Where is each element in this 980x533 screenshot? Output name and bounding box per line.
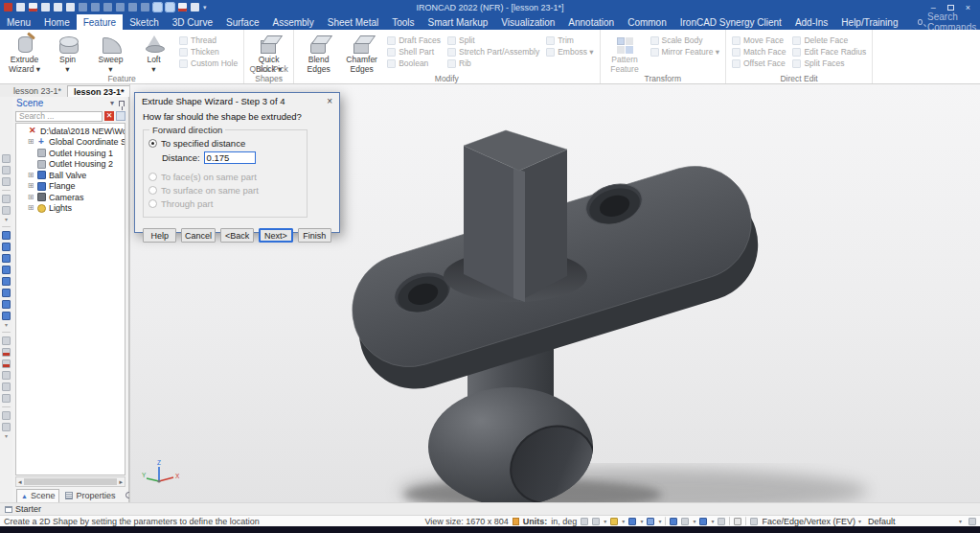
- sketch-plane-icon[interactable]: [670, 518, 677, 525]
- ribbon-small-button[interactable]: Edit Face Radius: [792, 47, 866, 57]
- ribbon-small-button[interactable]: Custom Hole: [179, 58, 238, 68]
- menu-tab[interactable]: Smart Markup: [422, 14, 495, 30]
- caret-icon[interactable]: ▾: [658, 518, 661, 524]
- app-logo-icon[interactable]: [4, 3, 12, 12]
- session-icon[interactable]: [178, 3, 187, 12]
- ribbon-small-button[interactable]: Offset Face: [732, 58, 786, 68]
- view-front-icon[interactable]: [2, 231, 11, 240]
- radio-to-face[interactable]: [148, 173, 157, 181]
- structure-icon[interactable]: [969, 518, 976, 525]
- redo-icon[interactable]: [128, 3, 137, 12]
- configuration-dropdown[interactable]: Default▾: [865, 517, 965, 526]
- starter-tab[interactable]: Starter: [15, 504, 41, 514]
- view-back-icon[interactable]: [2, 243, 11, 251]
- undo-icon[interactable]: [116, 3, 125, 12]
- properties-icon[interactable]: [103, 3, 112, 12]
- qat-caret-icon[interactable]: ▾: [203, 3, 207, 12]
- radio-to-surface[interactable]: [148, 186, 157, 195]
- ribbon-small-button[interactable]: Delete Face: [792, 35, 866, 45]
- monitor-icon[interactable]: [191, 3, 199, 12]
- undo-view-icon[interactable]: [718, 518, 725, 525]
- dialog-button[interactable]: Cancel: [181, 228, 215, 243]
- tree-item[interactable]: ⊞ Global Coordinate System: [18, 137, 125, 149]
- menu-tab[interactable]: Visualization: [494, 14, 561, 30]
- dialog-button[interactable]: Finish: [298, 228, 331, 243]
- document-tab[interactable]: lesson 23-1*: [8, 85, 67, 97]
- measure-diameter-icon[interactable]: [2, 394, 11, 403]
- ribbon-big-button[interactable]: Blend Edges: [297, 32, 340, 73]
- clear-search-icon[interactable]: ✕: [104, 111, 114, 121]
- measure-angle-icon[interactable]: [2, 371, 11, 380]
- measure-length-icon[interactable]: [2, 336, 11, 345]
- separator[interactable]: [2, 226, 11, 227]
- realistic-mode-icon[interactable]: [2, 177, 11, 186]
- caret-icon[interactable]: ▾: [604, 518, 606, 524]
- scrollbar-thumb[interactable]: [24, 478, 118, 485]
- scene-search-input[interactable]: Search ...: [15, 111, 103, 122]
- link-icon[interactable]: [91, 3, 100, 12]
- menu-tab[interactable]: Add-Ins: [788, 14, 834, 30]
- ribbon-small-button[interactable]: Shell Part: [387, 47, 441, 57]
- zoom-window-icon[interactable]: [581, 518, 588, 525]
- render-mode-icon[interactable]: [681, 518, 689, 525]
- panel-tab[interactable]: Scene: [16, 489, 59, 502]
- radio-through-part[interactable]: [148, 199, 157, 208]
- ribbon-small-button[interactable]: Draft Faces: [387, 35, 441, 45]
- spline-tool-icon[interactable]: [2, 411, 11, 420]
- view-custom-icon[interactable]: [2, 312, 11, 320]
- expander-icon[interactable]: ⊞: [27, 138, 34, 146]
- zoom-extent-icon[interactable]: [592, 518, 600, 525]
- ribbon-big-button[interactable]: Chamfer Edges: [340, 32, 383, 73]
- restore-button[interactable]: [947, 5, 954, 11]
- menu-tab[interactable]: Help/Training: [834, 14, 904, 30]
- ribbon-small-button[interactable]: Stretch Part/Assembly: [447, 47, 539, 57]
- ruler-icon[interactable]: [2, 423, 11, 431]
- caret-icon[interactable]: ▾: [5, 434, 8, 439]
- minimize-button[interactable]: –: [931, 3, 936, 12]
- expander-icon[interactable]: ⊞: [27, 182, 34, 190]
- selection-filter-dropdown[interactable]: Face/Edge/Vertex (FEV)▾: [762, 517, 861, 526]
- shaded-view-icon[interactable]: [153, 3, 162, 12]
- scroll-right-icon[interactable]: ▸: [119, 478, 123, 486]
- shading-icon[interactable]: [628, 518, 636, 525]
- caret-icon[interactable]: ▾: [622, 518, 625, 524]
- distance-input[interactable]: 0.175: [204, 151, 256, 164]
- expander-icon[interactable]: ⊞: [27, 204, 34, 212]
- menu-tab[interactable]: Feature: [77, 14, 123, 30]
- panel-collapse-icon[interactable]: ▾: [110, 99, 114, 107]
- ribbon-small-button[interactable]: Scale Body: [650, 35, 719, 45]
- close-button[interactable]: ×: [966, 3, 970, 12]
- ribbon-big-button[interactable]: Spin ▾: [46, 32, 89, 73]
- import-icon[interactable]: [66, 3, 75, 12]
- tree-item[interactable]: Outlet Housing 1: [18, 148, 125, 159]
- separator[interactable]: [745, 517, 746, 525]
- panel-tab[interactable]: Properties: [61, 489, 119, 502]
- measure-radius-icon[interactable]: [2, 382, 11, 391]
- ribbon-big-button[interactable]: Sweep ▾: [89, 32, 132, 73]
- view-iso-icon[interactable]: [2, 300, 11, 309]
- ribbon-small-button[interactable]: Match Face: [732, 47, 786, 57]
- tree-item[interactable]: ⊞ Flange: [18, 181, 125, 193]
- command-search[interactable]: Search Commands...: [918, 14, 980, 30]
- caret-icon[interactable]: ▾: [5, 218, 8, 222]
- ribbon-small-button[interactable]: Thread: [179, 35, 238, 45]
- dialog-button[interactable]: <Back: [220, 228, 254, 243]
- horizontal-scrollbar[interactable]: ◂ ▸: [15, 476, 125, 487]
- tree-item[interactable]: Outlet Housing 2: [18, 159, 125, 171]
- filter-icon[interactable]: [116, 111, 125, 121]
- separator[interactable]: [729, 517, 730, 525]
- view-left-icon[interactable]: [2, 254, 11, 263]
- wireframe-mode-icon[interactable]: [2, 206, 11, 215]
- ribbon-small-button[interactable]: Move Face: [732, 35, 786, 45]
- menu-tab[interactable]: Sketch: [123, 14, 166, 30]
- scene-cube-icon[interactable]: [699, 518, 707, 525]
- tree-item[interactable]: D:\data\2018 NEW\Word\TECH-NET: [18, 126, 125, 137]
- tree-item[interactable]: ⊞ Cameras: [18, 192, 125, 203]
- menu-tab[interactable]: Home: [37, 14, 77, 30]
- expander-icon[interactable]: ⊞: [27, 172, 34, 179]
- radio-specified-distance[interactable]: [148, 139, 157, 148]
- tree-item[interactable]: ⊞ Lights: [18, 203, 125, 215]
- pin-icon[interactable]: [119, 101, 125, 106]
- dialog-close-icon[interactable]: ×: [327, 96, 332, 106]
- add-shape-icon[interactable]: [647, 518, 654, 525]
